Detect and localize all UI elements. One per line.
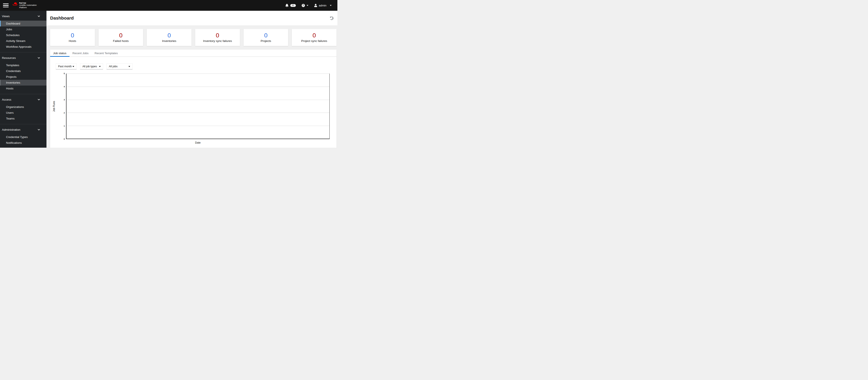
user-icon xyxy=(314,4,317,7)
inventories-count-link[interactable]: 0 xyxy=(167,32,171,38)
nav-item-label: Teams xyxy=(6,117,14,120)
chevron-down-icon xyxy=(38,129,40,131)
nav-section-resources-header[interactable]: Resources xyxy=(0,55,46,61)
sidebar-item-activity-stream[interactable]: Activity Stream xyxy=(0,38,46,44)
nav-item-label: Hosts xyxy=(6,87,13,90)
project-sync-failures-count-link[interactable]: 0 xyxy=(312,32,316,38)
topbar: Red Hat Ansible Automation Platform 0 ? … xyxy=(0,0,337,11)
stat-cards-row: 0 Hosts 0 Failed hosts 0 Inventories 0 I… xyxy=(50,29,337,46)
nav-section-administration-header[interactable]: Administration xyxy=(0,127,46,132)
nav-item-label: Schedules xyxy=(6,34,20,37)
stat-card-label: Project sync failures xyxy=(301,39,327,42)
chevron-down-icon xyxy=(99,66,101,67)
nav-item-label: Jobs xyxy=(6,28,12,31)
stat-card-label: Inventory sync failures xyxy=(203,39,232,42)
job-type-select[interactable]: All job types xyxy=(80,63,103,69)
nav-section-views: Views Dashboard Jobs Schedules Activity … xyxy=(0,11,46,52)
chevron-down-icon xyxy=(38,15,40,17)
y-axis-tick: 2 xyxy=(64,112,65,114)
nav-item-label: Credential Types xyxy=(6,135,28,139)
period-select[interactable]: Past month xyxy=(56,63,76,69)
projects-count-link[interactable]: 0 xyxy=(264,32,268,38)
y-axis-tick: 3 xyxy=(64,99,65,101)
sidebar-item-inventories[interactable]: Inventories xyxy=(0,80,46,85)
sidebar-item-teams[interactable]: Teams xyxy=(0,116,46,122)
stat-card-failed-hosts: 0 Failed hosts xyxy=(98,29,143,46)
stat-card-inventories: 0 Inventories xyxy=(147,29,191,46)
y-axis-tick: 5 xyxy=(64,72,65,75)
y-axis-tick: 0 xyxy=(64,138,65,140)
chart-filters: Past month All job types All jobs xyxy=(56,63,337,69)
period-select-value: Past month xyxy=(58,65,72,68)
nav-item-label: Templates xyxy=(6,64,19,67)
x-axis-title: Date xyxy=(195,141,200,144)
nav-toggle-button[interactable] xyxy=(3,3,9,7)
chart-plot-area xyxy=(66,73,330,139)
user-menu-button[interactable]: admin xyxy=(314,4,332,7)
tab-recent-templates[interactable]: Recent Templates xyxy=(92,50,121,57)
stat-card-inventory-sync-failures: 0 Inventory sync failures xyxy=(195,29,240,46)
notifications-count-badge: 0 xyxy=(290,4,296,7)
sidebar-nav: Views Dashboard Jobs Schedules Activity … xyxy=(0,11,46,148)
sidebar-item-workflow-approvals[interactable]: Workflow Approvals xyxy=(0,44,46,50)
nav-section-label: Access xyxy=(2,98,11,101)
nav-section-label: Views xyxy=(2,14,10,18)
question-circle-icon: ? xyxy=(302,4,305,7)
failed-hosts-count-link[interactable]: 0 xyxy=(119,32,123,38)
sidebar-item-projects[interactable]: Projects xyxy=(0,74,46,80)
nav-section-access: Access Organizations Users Teams xyxy=(0,94,46,124)
help-menu-button[interactable]: ? xyxy=(302,4,308,7)
username-label: admin xyxy=(319,4,327,7)
sidebar-item-credential-types[interactable]: Credential Types xyxy=(0,134,46,140)
y-axis-tick: 4 xyxy=(64,85,65,88)
hosts-count-link[interactable]: 0 xyxy=(71,32,74,38)
inventory-sync-failures-count-link[interactable]: 0 xyxy=(216,32,219,38)
nav-item-label: Inventories xyxy=(6,81,20,84)
nav-section-views-header[interactable]: Views xyxy=(0,13,46,19)
nav-item-label: Workflow Approvals xyxy=(6,45,31,48)
gridline xyxy=(66,87,330,87)
nav-item-label: Organizations xyxy=(6,105,24,108)
chevron-down-icon xyxy=(330,5,332,6)
job-status-panel: Job status Recent Jobs Recent Templates … xyxy=(50,50,337,148)
page-title: Dashboard xyxy=(50,15,74,21)
nav-item-label: Projects xyxy=(6,75,17,78)
main-area: Dashboard 0 Hosts 0 Failed hosts xyxy=(46,11,337,148)
jobs-select[interactable]: All jobs xyxy=(106,63,132,69)
chevron-down-icon xyxy=(38,57,40,59)
sidebar-item-users[interactable]: Users xyxy=(0,110,46,116)
chevron-down-icon xyxy=(128,66,130,67)
stat-card-label: Projects xyxy=(260,39,271,42)
sidebar-item-notifications[interactable]: Notifications xyxy=(0,140,46,146)
panel-tabs: Job status Recent Jobs Recent Templates xyxy=(50,50,337,57)
gridline xyxy=(66,100,330,100)
sidebar-item-hosts[interactable]: Hosts xyxy=(0,85,46,91)
nav-section-access-header[interactable]: Access xyxy=(0,97,46,102)
stat-card-label: Failed hosts xyxy=(113,39,129,42)
nav-section-resources: Resources Templates Credentials Projects… xyxy=(0,52,46,94)
stat-card-hosts: 0 Hosts xyxy=(50,29,95,46)
sidebar-item-schedules[interactable]: Schedules xyxy=(0,32,46,38)
page-header: Dashboard xyxy=(46,11,337,25)
sidebar-item-dashboard[interactable]: Dashboard xyxy=(0,21,46,27)
tab-recent-jobs[interactable]: Recent Jobs xyxy=(69,50,92,57)
nav-section-label: Resources xyxy=(2,56,16,60)
nav-item-label: Dashboard xyxy=(6,22,20,25)
stat-card-project-sync-failures: 0 Project sync failures xyxy=(292,29,337,46)
sidebar-item-templates[interactable]: Templates xyxy=(0,62,46,68)
sidebar-item-jobs[interactable]: Jobs xyxy=(0,27,46,32)
tab-job-status[interactable]: Job status xyxy=(50,50,69,57)
notifications-button[interactable]: 0 xyxy=(285,4,296,7)
dashboard-content: 0 Hosts 0 Failed hosts 0 Inventories 0 I… xyxy=(46,25,337,148)
topbar-actions: 0 ? admin xyxy=(285,4,337,7)
stat-card-label: Hosts xyxy=(69,39,76,42)
jobs-select-value: All jobs xyxy=(109,65,118,68)
y-axis-title: Job Runs xyxy=(53,101,56,112)
nav-item-label: Users xyxy=(6,111,13,114)
stat-card-label: Inventories xyxy=(162,39,176,42)
nav-item-label: Credentials xyxy=(6,69,21,73)
sidebar-item-organizations[interactable]: Organizations xyxy=(0,104,46,110)
dashboard-history-button[interactable] xyxy=(330,16,334,20)
history-clock-icon xyxy=(330,16,334,20)
sidebar-item-credentials[interactable]: Credentials xyxy=(0,68,46,74)
